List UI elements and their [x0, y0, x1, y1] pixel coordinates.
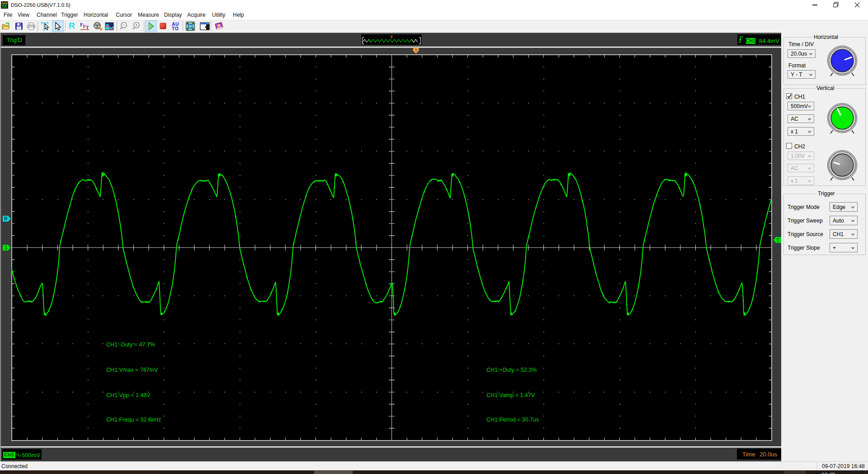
svg-text:T: T: [86, 25, 89, 30]
svg-text:T: T: [391, 35, 393, 39]
svg-text:1: 1: [5, 245, 8, 250]
svg-text:R: R: [4, 216, 8, 221]
svg-text:T: T: [415, 48, 417, 53]
svg-text:T: T: [777, 238, 779, 243]
